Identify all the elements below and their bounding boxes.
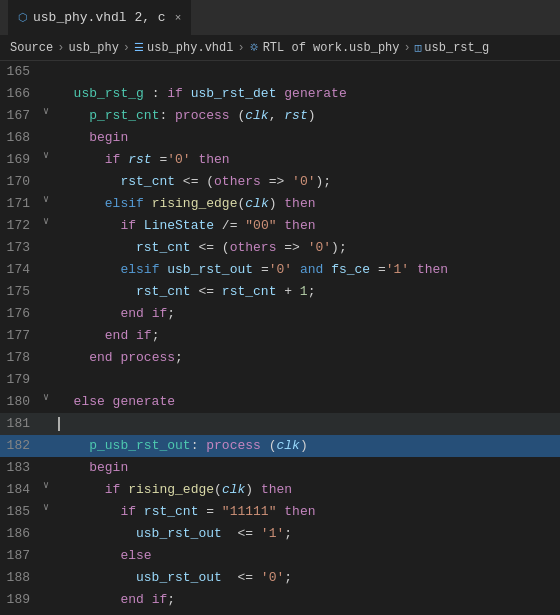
- line-number: 170: [0, 171, 38, 193]
- breadcrumb-source[interactable]: Source: [10, 41, 53, 55]
- fold-gutter[interactable]: ∨: [38, 105, 54, 117]
- breadcrumb: Source › usb_phy › ☰ usb_phy.vhdl › ⛭ RT…: [0, 35, 560, 61]
- line-number: 177: [0, 325, 38, 347]
- line-number: 165: [0, 61, 38, 83]
- line-number: 185: [0, 501, 38, 523]
- title-bar: ⬡ usb_phy.vhdl 2, c ×: [0, 0, 560, 35]
- breadcrumb-file-icon: ☰: [134, 41, 144, 54]
- code-line-170: 170 rst_cnt <= (others => '0');: [0, 171, 560, 193]
- line-content: else generate: [54, 391, 560, 413]
- line-number: 176: [0, 303, 38, 325]
- line-number: 169: [0, 149, 38, 171]
- code-line-175: 175 rst_cnt <= rst_cnt + 1;: [0, 281, 560, 303]
- line-number: 166: [0, 83, 38, 105]
- code-line-166: 166 usb_rst_g : if usb_rst_det generate: [0, 83, 560, 105]
- line-content: [54, 413, 560, 435]
- code-line-177: 177 end if;: [0, 325, 560, 347]
- line-content: p_rst_cnt: process (clk, rst): [54, 105, 560, 127]
- line-content: end if;: [54, 611, 560, 615]
- line-number: 190: [0, 611, 38, 615]
- line-content: else: [54, 545, 560, 567]
- line-content: elsif usb_rst_out ='0' and fs_ce ='1' th…: [54, 259, 560, 281]
- breadcrumb-rst-g[interactable]: usb_rst_g: [424, 41, 489, 55]
- fold-gutter[interactable]: ∨: [38, 149, 54, 161]
- code-line-184: 184 ∨ if rising_edge(clk) then: [0, 479, 560, 501]
- line-content: end if;: [54, 303, 560, 325]
- fold-gutter[interactable]: ∨: [38, 501, 54, 513]
- line-number: 187: [0, 545, 38, 567]
- code-editor: 165 166 usb_rst_g : if usb_rst_det gener…: [0, 61, 560, 615]
- breadcrumb-sep-2: ›: [123, 41, 130, 55]
- line-number: 175: [0, 281, 38, 303]
- code-line-185: 185 ∨ if rst_cnt = "11111" then: [0, 501, 560, 523]
- fold-gutter[interactable]: ∨: [38, 479, 54, 491]
- code-line-188: 188 usb_rst_out <= '0';: [0, 567, 560, 589]
- line-number: 172: [0, 215, 38, 237]
- code-line-176: 176 end if;: [0, 303, 560, 325]
- line-content: begin: [54, 457, 560, 479]
- code-line-187: 187 else: [0, 545, 560, 567]
- line-number: 179: [0, 369, 38, 391]
- line-content: usb_rst_out <= '0';: [54, 567, 560, 589]
- line-content: end process;: [54, 347, 560, 369]
- line-number: 184: [0, 479, 38, 501]
- code-line-190: 190 end if;: [0, 611, 560, 615]
- code-line-173: 173 rst_cnt <= (others => '0');: [0, 237, 560, 259]
- code-line-169: 169 ∨ if rst ='0' then: [0, 149, 560, 171]
- code-line-181: 181: [0, 413, 560, 435]
- code-line-180: 180 ∨ else generate: [0, 391, 560, 413]
- editor-tab[interactable]: ⬡ usb_phy.vhdl 2, c ×: [8, 0, 191, 35]
- line-number: 174: [0, 259, 38, 281]
- file-icon: ⬡: [18, 11, 28, 24]
- line-content: end if;: [54, 589, 560, 611]
- breadcrumb-rtl[interactable]: RTL of work.usb_phy: [263, 41, 400, 55]
- tab-close-button[interactable]: ×: [175, 12, 182, 24]
- code-line-172: 172 ∨ if LineState /= "00" then: [0, 215, 560, 237]
- line-content: rst_cnt <= (others => '0');: [54, 237, 560, 259]
- breadcrumb-rtl-icon: ⛭: [249, 41, 260, 54]
- line-content: usb_rst_out <= '1';: [54, 523, 560, 545]
- breadcrumb-sep-3: ›: [237, 41, 244, 55]
- line-content: elsif rising_edge(clk) then: [54, 193, 560, 215]
- code-line-165: 165: [0, 61, 560, 83]
- line-number: 183: [0, 457, 38, 479]
- line-number: 180: [0, 391, 38, 413]
- line-content: p_usb_rst_out: process (clk): [54, 435, 560, 457]
- fold-gutter[interactable]: ∨: [38, 193, 54, 205]
- line-number: 182: [0, 435, 38, 457]
- line-content: begin: [54, 127, 560, 149]
- code-line-182: 182 p_usb_rst_out: process (clk): [0, 435, 560, 457]
- breadcrumb-box-icon: ◫: [415, 41, 422, 54]
- tab-label: usb_phy.vhdl 2, c: [33, 10, 166, 25]
- line-number: 188: [0, 567, 38, 589]
- line-number: 167: [0, 105, 38, 127]
- breadcrumb-sep-4: ›: [404, 41, 411, 55]
- code-line-179: 179: [0, 369, 560, 391]
- code-line-171: 171 ∨ elsif rising_edge(clk) then: [0, 193, 560, 215]
- code-line-183: 183 begin: [0, 457, 560, 479]
- line-number: 181: [0, 413, 38, 435]
- fold-gutter[interactable]: ∨: [38, 215, 54, 227]
- code-line-178: 178 end process;: [0, 347, 560, 369]
- line-content: rst_cnt <= rst_cnt + 1;: [54, 281, 560, 303]
- line-content: if rst_cnt = "11111" then: [54, 501, 560, 523]
- code-line-186: 186 usb_rst_out <= '1';: [0, 523, 560, 545]
- line-number: 168: [0, 127, 38, 149]
- code-line-189: 189 end if;: [0, 589, 560, 611]
- fold-gutter[interactable]: ∨: [38, 391, 54, 403]
- line-content: if LineState /= "00" then: [54, 215, 560, 237]
- breadcrumb-sep-1: ›: [57, 41, 64, 55]
- code-line-168: 168 begin: [0, 127, 560, 149]
- line-content: usb_rst_g : if usb_rst_det generate: [54, 83, 560, 105]
- line-number: 178: [0, 347, 38, 369]
- breadcrumb-vhdl[interactable]: usb_phy.vhdl: [147, 41, 233, 55]
- line-number: 173: [0, 237, 38, 259]
- line-content: end if;: [54, 325, 560, 347]
- breadcrumb-usb-phy[interactable]: usb_phy: [68, 41, 118, 55]
- line-content: if rst ='0' then: [54, 149, 560, 171]
- line-content: if rising_edge(clk) then: [54, 479, 560, 501]
- line-number: 189: [0, 589, 38, 611]
- line-number: 171: [0, 193, 38, 215]
- code-line-167: 167 ∨ p_rst_cnt: process (clk, rst): [0, 105, 560, 127]
- code-line-174: 174 elsif usb_rst_out ='0' and fs_ce ='1…: [0, 259, 560, 281]
